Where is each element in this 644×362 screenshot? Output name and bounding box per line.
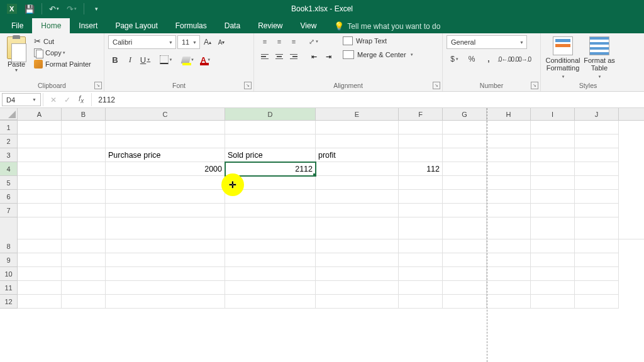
increase-decimal-button[interactable]: .0←.00 — [497, 52, 514, 66]
number-format-combo[interactable]: General▼ — [447, 35, 527, 49]
cell-F7[interactable] — [399, 204, 443, 217]
cell-H8[interactable] — [487, 239, 531, 253]
cell-E8[interactable] — [316, 239, 399, 253]
cell-H3[interactable] — [487, 148, 531, 162]
cell-J2[interactable] — [575, 134, 619, 148]
cell-I3[interactable] — [531, 148, 575, 162]
orientation-button[interactable]: ⤢▼ — [307, 35, 321, 48]
cell-B12[interactable] — [62, 295, 106, 309]
tell-me-search[interactable]: 💡Tell me what you want to do — [331, 19, 443, 33]
cell-F1[interactable] — [399, 121, 443, 134]
cell-A9[interactable] — [18, 253, 62, 267]
cell-C7[interactable] — [106, 204, 225, 217]
cell-I2[interactable] — [531, 134, 575, 148]
wrap-text-button[interactable]: Wrap Text — [339, 35, 418, 47]
col-header-I[interactable]: I — [531, 108, 575, 120]
cancel-formula-icon[interactable]: ✕ — [47, 96, 60, 104]
cell-B9[interactable] — [62, 253, 106, 267]
cell-B6[interactable] — [62, 190, 106, 204]
cell-J5[interactable] — [575, 176, 619, 190]
font-size-combo[interactable]: 11▼ — [177, 35, 200, 49]
increase-indent-button[interactable]: ⇥ — [321, 50, 335, 63]
cell-D10[interactable] — [225, 267, 316, 281]
decrease-indent-button[interactable]: ⇤ — [307, 50, 321, 63]
cell-A2[interactable] — [18, 134, 62, 148]
copy-button[interactable]: Copy▼ — [31, 47, 94, 58]
cell-G10[interactable] — [443, 267, 487, 281]
cell-B5[interactable] — [62, 176, 106, 190]
font-name-combo[interactable]: Calibri▼ — [108, 35, 176, 49]
alignment-dialog-launcher[interactable]: ↘ — [433, 82, 440, 89]
cell-C8[interactable] — [106, 239, 225, 253]
row-header-7[interactable]: 7 — [0, 204, 18, 217]
cell-B4[interactable] — [62, 162, 106, 176]
cell-H10[interactable] — [487, 267, 531, 281]
cell-E7[interactable] — [316, 204, 399, 217]
tab-data[interactable]: Data — [216, 18, 249, 33]
percent-format-button[interactable]: % — [464, 52, 480, 66]
row-header-1[interactable]: 1 — [0, 121, 18, 134]
cell-A7[interactable] — [18, 204, 62, 217]
cell-G5[interactable] — [443, 176, 487, 190]
merge-center-button[interactable]: Merge & Center▼ — [339, 49, 418, 60]
excel-app-icon[interactable]: X — [4, 1, 20, 16]
tab-insert[interactable]: Insert — [70, 18, 106, 33]
accounting-format-button[interactable]: $▼ — [447, 52, 463, 66]
cell-H9[interactable] — [487, 253, 531, 267]
col-header-F[interactable]: F — [399, 108, 443, 120]
cell-F3[interactable] — [399, 148, 443, 162]
cell-F5[interactable] — [399, 176, 443, 190]
borders-button[interactable]: ▼ — [158, 53, 174, 67]
decrease-font-size-button[interactable]: A▾ — [215, 35, 228, 49]
cell-C2[interactable] — [106, 134, 225, 148]
number-dialog-launcher[interactable]: ↘ — [531, 82, 538, 89]
cell-G3[interactable] — [443, 148, 487, 162]
col-header-J[interactable]: J — [575, 108, 619, 120]
font-color-button[interactable]: A▼ — [197, 53, 214, 67]
cell-F10[interactable] — [399, 267, 443, 281]
cell-G11[interactable] — [443, 281, 487, 295]
align-left-button[interactable] — [258, 50, 272, 63]
tab-formulas[interactable]: Formulas — [167, 18, 216, 33]
col-header-B[interactable]: B — [62, 108, 106, 120]
cell-F2[interactable] — [399, 134, 443, 148]
cell-A3[interactable] — [18, 148, 62, 162]
increase-font-size-button[interactable]: A▴ — [201, 35, 214, 49]
row-header-11[interactable]: 11 — [0, 281, 18, 295]
cell-H12[interactable] — [487, 295, 531, 309]
cell-J9[interactable] — [575, 253, 619, 267]
cell-F11[interactable] — [399, 281, 443, 295]
cell-E12[interactable] — [316, 295, 399, 309]
cell-B2[interactable] — [62, 134, 106, 148]
cell-C3[interactable]: Purchase price — [106, 148, 225, 162]
cell-B11[interactable] — [62, 281, 106, 295]
paste-button[interactable]: Paste ▼ — [4, 35, 29, 72]
cell-I6[interactable] — [531, 190, 575, 204]
cell-D8[interactable] — [225, 239, 316, 253]
align-center-button[interactable] — [272, 50, 286, 63]
cell-A5[interactable] — [18, 176, 62, 190]
select-all-corner[interactable] — [0, 108, 18, 120]
col-header-D[interactable]: D — [225, 108, 316, 120]
cell-C5[interactable] — [106, 176, 225, 190]
tab-file[interactable]: File — [3, 18, 32, 33]
cell-E4[interactable] — [316, 162, 399, 176]
cell-D1[interactable] — [225, 121, 316, 134]
tab-view[interactable]: View — [292, 18, 326, 33]
cell-J3[interactable] — [575, 148, 619, 162]
conditional-formatting-button[interactable]: Conditional Formatting ▼ — [545, 35, 581, 79]
align-top-button[interactable]: ≡ — [258, 35, 272, 48]
cut-button[interactable]: ✂Cut — [31, 35, 94, 47]
cell-B3[interactable] — [62, 148, 106, 162]
cell-F4[interactable]: 112 — [399, 162, 443, 176]
cell-I11[interactable] — [531, 281, 575, 295]
fill-color-button[interactable]: ▼ — [180, 53, 196, 67]
cell-F6[interactable] — [399, 190, 443, 204]
cell-G12[interactable] — [443, 295, 487, 309]
cell-G2[interactable] — [443, 134, 487, 148]
col-header-G[interactable]: G — [443, 108, 487, 120]
col-header-E[interactable]: E — [316, 108, 399, 120]
formula-input[interactable] — [92, 93, 644, 106]
worksheet-grid[interactable]: ABCDEFGHIJ 123Purchase priceSold pricepr… — [0, 108, 644, 362]
row-header-5[interactable]: 5 — [0, 176, 18, 190]
